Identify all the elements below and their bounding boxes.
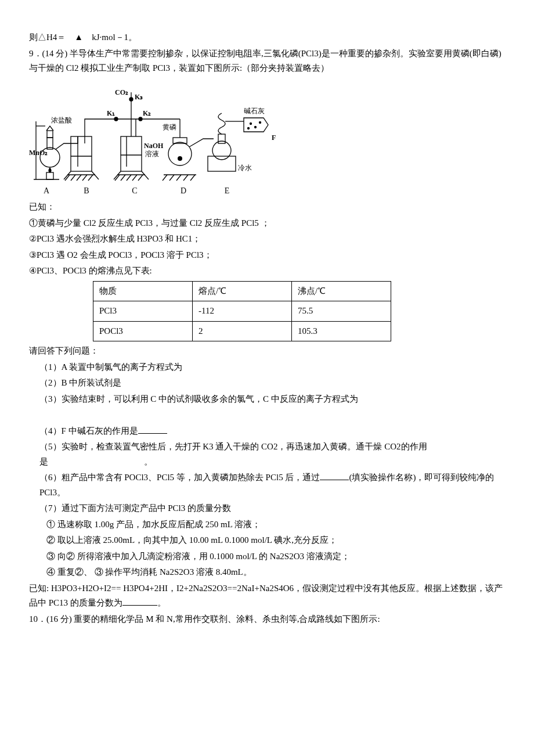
svg-point-50 (250, 123, 252, 124)
svg-line-18 (88, 175, 93, 181)
svg-text:CO₂: CO₂ (115, 88, 128, 96)
known-header: 已知： (29, 200, 505, 215)
known-1: ①黄磷与少量 Cl2 反应生成 PCl3，与过量 Cl2 反应生成 PCl5 ； (29, 216, 505, 231)
q9-intro: 9．(14 分) 半导体生产中常需要控制掺杂，以保证控制电阻率,三氯化磷(PCl… (29, 46, 505, 76)
table-row: POCl3 2 105.3 (93, 321, 391, 341)
svg-text:浓盐酸: 浓盐酸 (51, 116, 72, 124)
svg-line-17 (82, 175, 87, 181)
q10-intro: 10．(16 分) 重要的精细化学品 M 和 N,常用作交联剂、涂料、杀虫剂等,… (29, 612, 505, 627)
svg-point-51 (255, 126, 257, 128)
svg-line-36 (138, 175, 143, 181)
sub-q7-step4: ④ 重复②、 ③ 操作平均消耗 Na2S2O3 溶液 8.40mL。 (29, 565, 505, 580)
sub-q7-step2: ② 取以上溶液 25.00mL，向其中加入 10.00 mL 0.1000 mo… (29, 533, 505, 548)
known-2: ②PCl3 遇水会强烈水解生成 H3PO3 和 HC1； (29, 232, 505, 247)
figure-labels: A B C D E (29, 184, 279, 198)
svg-text:溶液: 溶液 (145, 150, 159, 158)
svg-line-44 (176, 175, 181, 181)
blank-field (320, 480, 349, 480)
sub-q7-end: 已知: H3PO3+H2O+I2== H3PO4+2HI，I2+2Na2S2O3… (29, 581, 505, 611)
svg-point-52 (259, 121, 261, 123)
sub-q7-step3: ③ 向② 所得溶液中加入几滴淀粉溶液，用 0.1000 mol/L 的 Na2S… (29, 549, 505, 564)
svg-point-39 (168, 142, 192, 165)
blank-field (122, 605, 157, 606)
svg-line-33 (121, 175, 125, 181)
svg-rect-49 (208, 156, 236, 171)
sub-q4: （4）F 中碱石灰的作用是 (29, 424, 505, 439)
svg-rect-6 (46, 172, 53, 179)
delta-h4-line: 则△H4＝ ▲ kJ·mol－1。 (29, 30, 505, 45)
svg-text:碱石灰: 碱石灰 (244, 107, 265, 115)
sub-q5: （5）实验时，检查装置气密性后，先打开 K3 通入干燥的 CO2，再迅速加入黄磷… (29, 440, 505, 469)
svg-text:MnO₂: MnO₂ (29, 149, 48, 157)
properties-table: 物质 熔点/℃ 沸点/℃ PCl3 -112 75.5 POCl3 2 105.… (93, 281, 391, 342)
svg-text:K₃: K₃ (135, 93, 143, 101)
svg-point-47 (212, 141, 231, 160)
apparatus-figure: 浓盐酸 MnO₂ CO₂ K₃ K₁ K₂ 黄磷 NaOH 溶液 碱石灰 冷水 … (29, 81, 279, 198)
svg-text:K₁: K₁ (107, 109, 115, 117)
svg-text:冷水: 冷水 (238, 164, 252, 172)
svg-rect-25 (121, 136, 142, 171)
svg-text:NaOH: NaOH (144, 142, 164, 150)
sub-q7-header: （7）通过下面方法可测定产品中 PCl3 的质量分数 (29, 501, 505, 516)
sub-q6: （6）粗产品中常含有 POCl3、PCl5 等，加入黄磷加热除去 PCl5 后，… (29, 470, 505, 500)
th-mp: 熔点/℃ (193, 281, 292, 301)
sub-q2: （2）B 中所装试剂是 (29, 376, 505, 391)
svg-rect-5 (47, 131, 53, 138)
svg-text:F: F (272, 134, 276, 142)
svg-line-35 (132, 175, 137, 181)
blank-field (138, 433, 167, 434)
th-substance: 物质 (93, 281, 193, 301)
svg-rect-48 (218, 134, 225, 143)
sub-q7-step1: ① 迅速称取 1.00g 产品，加水反应后配成 250 mL 溶液； (29, 517, 505, 532)
svg-line-15 (71, 175, 75, 181)
sub-q1: （1）A 装置中制氯气的离子方程式为 (29, 360, 505, 375)
sub-q3: （3）实验结束时，可以利用 C 中的试剂吸收多余的氯气，C 中反应的离子方程式为 (29, 392, 505, 407)
svg-line-45 (183, 175, 188, 181)
svg-line-43 (169, 175, 174, 181)
known-4: ④PCl3、POCl3 的熔沸点见下表: (29, 264, 505, 279)
svg-line-46 (190, 175, 195, 181)
known-3: ③PCl3 遇 O2 会生成 POCl3，POCl3 溶于 PCl3； (29, 248, 505, 263)
svg-point-40 (178, 156, 182, 161)
svg-rect-7 (71, 136, 92, 171)
table-row: PCl3 -112 75.5 (93, 301, 391, 322)
svg-point-21 (129, 98, 133, 101)
svg-text:黄磷: 黄磷 (163, 123, 176, 131)
svg-line-42 (163, 175, 167, 181)
svg-line-34 (127, 175, 131, 181)
svg-text:K₂: K₂ (143, 109, 151, 117)
svg-point-53 (248, 127, 250, 129)
svg-line-16 (77, 175, 81, 181)
th-bp: 沸点/℃ (292, 281, 391, 301)
answer-header: 请回答下列问题： (29, 344, 505, 359)
